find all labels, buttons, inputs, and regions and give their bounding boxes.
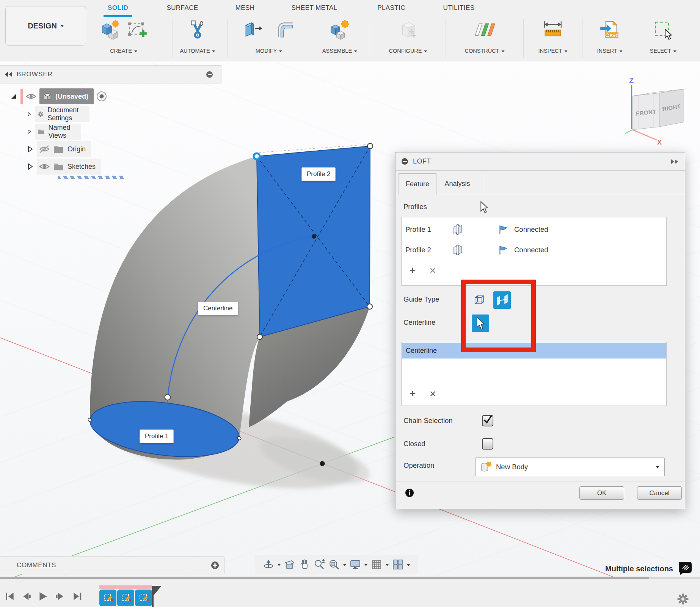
loft-dialog-titlebar[interactable]: LOFT — [396, 153, 685, 171]
ok-button[interactable]: OK — [579, 486, 624, 500]
tab-feature[interactable]: Feature — [399, 173, 436, 195]
profile-status: Connected — [514, 225, 548, 234]
goto-end-button[interactable] — [72, 591, 83, 602]
centerline-label: Centerline — [403, 318, 435, 327]
sketch-feature-icon — [102, 592, 114, 604]
pan-hand-icon[interactable] — [299, 559, 310, 570]
folder-icon — [38, 127, 44, 136]
component-cube-icon — [42, 91, 52, 101]
orbit-icon[interactable] — [263, 559, 274, 570]
connected-flag-icon — [498, 224, 509, 235]
dialog-title: LOFT — [413, 157, 431, 165]
viewcube-x-label: X — [657, 139, 662, 146]
root-component-chip[interactable]: (Unsaved) — [39, 88, 94, 104]
browser-item-origin[interactable]: Origin — [27, 141, 91, 157]
navigation-toolbar — [255, 555, 418, 574]
display-settings-icon[interactable] — [350, 559, 361, 570]
chevron-down-icon[interactable] — [364, 564, 367, 568]
visibility-eye-icon[interactable] — [39, 162, 50, 171]
tab-analysis[interactable]: Analysis — [436, 173, 478, 194]
timeline-sketch-feature[interactable] — [135, 590, 152, 606]
comments-label: COMMENTS — [17, 561, 56, 569]
selection-dashes — [58, 176, 126, 179]
zoom-icon[interactable] — [314, 559, 325, 570]
flip-profile-icon[interactable] — [452, 224, 463, 235]
selected-point — [254, 153, 260, 159]
connected-flag-icon — [498, 245, 509, 255]
flip-profile-icon[interactable] — [452, 244, 463, 256]
profile-row[interactable]: Profile 2 Connected — [405, 242, 670, 258]
remove-centerline-button[interactable]: ✕ — [429, 390, 436, 398]
closed-label: Closed — [403, 440, 425, 448]
remove-profile-button[interactable]: ✕ — [429, 267, 436, 275]
collapsed-arrow-icon[interactable] — [27, 111, 31, 118]
goto-start-button[interactable] — [5, 591, 15, 602]
origin-point[interactable] — [320, 461, 325, 466]
collapsed-arrow-icon[interactable] — [27, 146, 33, 153]
chevron-down-icon[interactable] — [278, 564, 281, 568]
step-back-button[interactable] — [21, 591, 32, 602]
collapse-panel-icon[interactable] — [4, 71, 14, 78]
activate-radio-icon[interactable] — [96, 91, 107, 102]
folder-icon — [53, 145, 64, 154]
browser-title: BROWSER — [17, 71, 53, 78]
sketch-feature-icon — [138, 592, 149, 604]
timeline-bar — [0, 577, 700, 607]
timeline-scrollbar[interactable] — [0, 577, 649, 579]
chevron-down-icon[interactable] — [407, 564, 410, 568]
zoom-fit-icon[interactable] — [328, 559, 340, 570]
grid-settings-icon[interactable] — [371, 559, 382, 570]
feedback-bubble-icon[interactable] — [678, 561, 692, 575]
collapsed-arrow-icon[interactable] — [27, 128, 31, 135]
sketch-feature-icon — [120, 592, 132, 604]
look-at-icon[interactable] — [284, 559, 295, 570]
collapsed-arrow-icon[interactable] — [27, 163, 33, 170]
add-centerline-button[interactable]: + — [410, 389, 415, 398]
annotation-highlight-box — [461, 280, 536, 352]
centerline-tag: Centerline — [198, 302, 238, 315]
visibility-eye-icon[interactable] — [26, 92, 36, 101]
folder-icon — [53, 162, 64, 171]
profile-row[interactable]: Profile 1 Connected — [405, 222, 670, 237]
profile-1-tag: Profile 1 — [140, 429, 174, 443]
cancel-button[interactable]: Cancel — [637, 486, 682, 500]
comments-bar[interactable]: COMMENTS — [0, 556, 225, 574]
profiles-list[interactable]: Profile 1 Connected Profile 2 — [401, 217, 667, 286]
viewports-icon[interactable] — [392, 559, 403, 570]
play-button[interactable] — [37, 591, 48, 602]
viewcube-z-label: Z — [629, 76, 634, 85]
loft-dialog: LOFT Feature Analysis Profiles Profile 1 — [395, 152, 685, 509]
profile-name: Profile 1 — [405, 225, 431, 234]
dialog-flyout-icon[interactable] — [670, 159, 680, 165]
expanded-wedge-icon[interactable] — [11, 93, 17, 100]
panel-minimize-icon[interactable] — [206, 71, 213, 78]
add-profile-button[interactable]: + — [410, 266, 415, 274]
chevron-down-icon[interactable] — [343, 564, 346, 568]
add-comment-icon[interactable] — [211, 561, 219, 569]
timeline-scroll-track — [649, 577, 700, 579]
tabbar-divider — [484, 174, 484, 192]
mouse-cursor-icon — [480, 201, 489, 213]
closed-checkbox[interactable] — [482, 438, 493, 450]
chevron-down-icon[interactable] — [386, 564, 389, 568]
checkmark-icon — [482, 414, 493, 426]
browser-item-named-views[interactable]: Named Views — [27, 124, 81, 140]
timeline-sketch-feature[interactable] — [117, 590, 134, 606]
active-marker — [20, 89, 23, 104]
chain-selection-checkbox[interactable] — [482, 415, 493, 426]
timeline-sketch-feature[interactable] — [99, 590, 116, 606]
browser-item-document-settings[interactable]: Document Settings — [27, 106, 89, 122]
operation-dropdown[interactable]: New Body — [475, 458, 665, 476]
browser-root-row[interactable]: (Unsaved) — [11, 88, 107, 104]
visibility-off-icon[interactable] — [39, 145, 50, 154]
info-icon[interactable] — [405, 488, 414, 497]
browser-header: BROWSER — [0, 65, 221, 83]
step-forward-button[interactable] — [55, 591, 65, 602]
browser-item-sketches[interactable]: Sketches — [27, 159, 101, 175]
dialog-collapse-icon[interactable] — [402, 158, 408, 165]
gear-settings-icon[interactable] — [676, 593, 689, 605]
profile-2-tag: Profile 2 — [301, 167, 336, 181]
timeline-rollback-bar[interactable] — [99, 585, 152, 589]
timeline-playhead[interactable] — [152, 585, 163, 607]
new-body-icon — [480, 461, 491, 473]
